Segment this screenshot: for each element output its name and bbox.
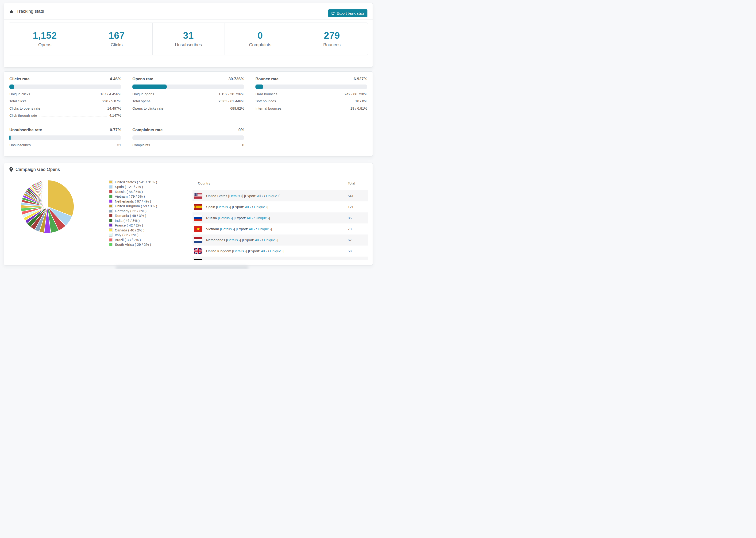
export-all-link[interactable]: All › (257, 194, 263, 198)
metric-value: 0 (242, 143, 244, 147)
country-name: Germany (206, 260, 221, 260)
country-flag-icon (194, 259, 202, 260)
legend-item[interactable]: Brazil ( 33 / 2% ) (109, 238, 157, 242)
details-link[interactable]: Details › (219, 216, 232, 220)
legend-item[interactable]: Netherlands ( 67 / 4% ) (109, 199, 157, 203)
legend-swatch (109, 199, 112, 203)
geo-pie-chart[interactable] (20, 179, 75, 234)
legend-item[interactable]: Romania ( 49 / 3% ) (109, 214, 157, 218)
rate-panel: Opens rate 30.736% Unique opens 1,152 / … (133, 74, 244, 117)
stat-box: 1,152 Opens (9, 23, 81, 55)
rate-title: Bounce rate (255, 77, 279, 81)
export-unique-link[interactable]: Unique › (264, 238, 277, 242)
legend-swatch (109, 219, 112, 222)
export-all-link[interactable]: All › (261, 249, 267, 253)
country-flag-icon (194, 237, 202, 243)
stat-box: 279 Bounces (296, 23, 368, 55)
metric-value: 689.82% (230, 106, 244, 110)
stat-label: Complaints (249, 42, 271, 47)
details-link[interactable]: Details › (221, 227, 234, 231)
legend-item[interactable]: United States ( 541 / 31% ) (109, 180, 157, 184)
legend-swatch (109, 243, 112, 246)
export-unique-link[interactable]: Unique › (259, 260, 273, 260)
legend-label: Germany ( 55 / 3% ) (115, 209, 146, 213)
metric-label: Internal bounces (255, 106, 282, 110)
rate-value: 0% (238, 128, 244, 133)
legend-label: Brazil ( 33 / 2% ) (115, 238, 141, 242)
export-all-link[interactable]: All › (247, 216, 253, 220)
legend-item[interactable]: Russia ( 86 / 5% ) (109, 190, 157, 193)
export-icon (331, 12, 335, 15)
rates-card: Clicks rate 4.46% Unique clicks 167 / 4.… (4, 71, 373, 156)
table-row: Vietnam [Details ›] [Export: All › / Uni… (192, 224, 368, 235)
legend-swatch (109, 209, 112, 213)
legend-swatch (109, 185, 112, 188)
legend-item[interactable]: Germany ( 55 / 3% ) (109, 209, 157, 213)
pie-slice[interactable] (47, 180, 47, 207)
country-total: 541 (348, 194, 368, 198)
dotted-leader (28, 102, 100, 102)
table-row: Germany [Details ›] [Export: All › / Uni… (192, 256, 368, 260)
export-label: Export: (239, 260, 250, 260)
export-unique-link[interactable]: Unique › (266, 194, 279, 198)
stat-label: Unsubscribes (175, 42, 202, 47)
export-all-link[interactable]: All › (249, 227, 255, 231)
legend-item[interactable]: Italy ( 36 / 2% ) (109, 233, 157, 237)
bottom-scroll-shadow (116, 266, 248, 269)
export-all-link[interactable]: All › (255, 238, 261, 242)
geo-table: Country Total United States [Details ›] … (192, 176, 368, 260)
stat-label: Bounces (323, 42, 341, 47)
campaign-geo-title: Campaign Geo Opens (16, 167, 60, 172)
details-link[interactable]: Details › (229, 194, 242, 198)
dotted-leader (32, 95, 98, 95)
metric-row: Unique clicks 167 / 4.456% (9, 92, 121, 96)
legend-item[interactable]: Spain ( 121 / 7% ) (109, 185, 157, 189)
tracking-stats-card: Tracking stats Export basic stats 1,152 … (4, 3, 373, 67)
legend-item[interactable]: India ( 46 / 3% ) (109, 219, 157, 222)
legend-label: United Kingdom ( 59 / 3% ) (115, 204, 157, 208)
legend-label: United States ( 541 / 31% ) (115, 180, 157, 184)
legend-item[interactable]: Vietnam ( 79 / 5% ) (109, 195, 157, 198)
column-header-country: Country (198, 181, 348, 185)
country-total: 79 (348, 227, 368, 231)
metric-row: Click through rate 4.147% (9, 113, 121, 117)
table-row: United Kingdom [Details ›] [Export: All … (192, 245, 368, 256)
export-unique-link[interactable]: Unique › (256, 216, 269, 220)
details-link[interactable]: Details › (227, 238, 240, 242)
dotted-leader (42, 109, 105, 109)
export-all-link[interactable]: All › (250, 260, 256, 260)
metric-value: 242 / 86.738% (345, 92, 367, 96)
stat-value: 279 (324, 31, 340, 40)
rate-title: Opens rate (133, 77, 153, 81)
country-name: United States (206, 194, 227, 198)
legend-item[interactable]: Canada ( 40 / 2% ) (109, 228, 157, 232)
metric-label: Total opens (133, 99, 150, 103)
legend-swatch (109, 180, 112, 184)
metric-label: Opens to clicks rate (133, 106, 163, 110)
legend-swatch (109, 228, 112, 232)
dotted-leader (153, 102, 216, 102)
metric-label: Soft bounces (255, 99, 276, 103)
legend-item[interactable]: United Kingdom ( 59 / 3% ) (109, 204, 157, 208)
legend-item[interactable]: France ( 42 / 2% ) (109, 224, 157, 227)
export-unique-link[interactable]: Unique › (270, 249, 283, 253)
metric-label: Click through rate (9, 113, 37, 117)
progress-bar (255, 84, 367, 89)
metric-row: Total opens 2,303 / 61.446% (133, 99, 244, 103)
legend-swatch (109, 238, 112, 242)
details-link[interactable]: Details › (223, 260, 236, 260)
legend-item[interactable]: South Africa ( 29 / 2% ) (109, 243, 157, 246)
legend-swatch (109, 214, 112, 217)
details-link[interactable]: Details › (233, 249, 246, 253)
country-flag-icon (194, 248, 202, 254)
export-unique-link[interactable]: Unique › (254, 205, 267, 209)
progress-bar (9, 135, 121, 140)
export-unique-link[interactable]: Unique › (258, 227, 271, 231)
details-link[interactable]: Details › (217, 205, 230, 209)
rate-title: Clicks rate (9, 77, 29, 81)
export-basic-stats-button[interactable]: Export basic stats (328, 9, 367, 17)
metric-row: Internal bounces 19 / 6.81% (255, 106, 367, 110)
stat-value: 1,152 (33, 31, 57, 40)
stat-box: 31 Unsubscribes (152, 23, 224, 55)
export-all-link[interactable]: All › (245, 205, 251, 209)
